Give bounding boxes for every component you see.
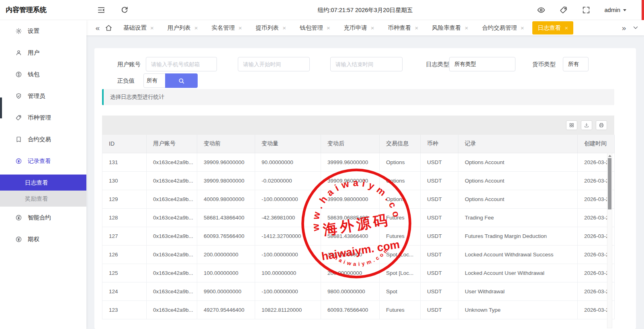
table-cell: USDT bbox=[421, 264, 458, 282]
sidebar-item-4[interactable]: 币种管理 bbox=[0, 107, 86, 128]
column-header: 币种 bbox=[421, 135, 458, 153]
sign-select[interactable]: 所有值 bbox=[143, 73, 166, 88]
export-button[interactable] bbox=[581, 120, 592, 130]
tab-9[interactable]: 日志查看× bbox=[532, 21, 573, 35]
table-cell: Spot [Loc... bbox=[380, 245, 421, 264]
tabs-scroll-right-button[interactable]: » bbox=[618, 24, 630, 32]
table-cell: -0.02000000 bbox=[255, 171, 321, 190]
sidebar-item-label: 管理员 bbox=[28, 92, 45, 100]
table-cell: 129 bbox=[102, 190, 147, 208]
table-row: 1300x163ce42a9b...39909.98000000-0.02000… bbox=[102, 171, 615, 190]
currency-circle-icon bbox=[15, 158, 22, 164]
tabs-menu-button[interactable] bbox=[632, 24, 639, 31]
table-cell: 39999.96000000 bbox=[321, 153, 380, 171]
table-cell: -1412.32700000 bbox=[255, 227, 321, 245]
close-icon[interactable]: × bbox=[239, 25, 242, 31]
log-type-select[interactable]: 所有类型 bbox=[449, 57, 515, 71]
table-header-row: ID用户账号变动前变动量变动后交易信息币种记录创建时间 bbox=[102, 135, 615, 153]
sidebar-item-0[interactable]: 设置 bbox=[0, 20, 86, 42]
close-icon[interactable]: × bbox=[194, 25, 198, 31]
tab-2[interactable]: 实名管理× bbox=[206, 21, 247, 35]
log-query-card: 用户账号 日志类型 所有类型 货币类型 所有 正负值 所有值 选择日志类型进行统… bbox=[94, 48, 636, 329]
tabbar: « 基础设置×用户列表×实名管理×提币列表×钱包管理×充币申请×币种查看×风险率… bbox=[86, 20, 644, 35]
column-settings-button[interactable] bbox=[566, 120, 577, 130]
sidebar-item-2[interactable]: 钱包 bbox=[0, 63, 86, 85]
tag-button[interactable] bbox=[559, 6, 568, 14]
sidebar-item-1[interactable]: 用户 bbox=[0, 42, 86, 63]
close-icon[interactable]: × bbox=[327, 25, 330, 31]
close-icon[interactable]: × bbox=[150, 25, 154, 31]
close-icon[interactable]: × bbox=[465, 25, 468, 31]
tab-3[interactable]: 提币列表× bbox=[250, 21, 291, 35]
column-header: 变动前 bbox=[197, 135, 255, 153]
shield-icon bbox=[15, 93, 22, 100]
grid-icon bbox=[569, 122, 574, 128]
table-scrollbar[interactable] bbox=[607, 153, 612, 328]
top-header: 内容管理系统 纽约:07:21:57 2026年3月20日星期五 admin bbox=[0, 0, 644, 20]
table-cell: Spot bbox=[380, 282, 421, 301]
start-time-input[interactable] bbox=[238, 57, 310, 71]
tab-8[interactable]: 合约交易管理× bbox=[477, 21, 530, 35]
tab-label: 币种查看 bbox=[388, 24, 411, 32]
table-cell: 100.00000000 bbox=[197, 264, 255, 282]
table-cell: Trading Fee bbox=[458, 208, 578, 227]
close-icon[interactable]: × bbox=[415, 25, 419, 31]
sidebar-item-10[interactable]: 期权 bbox=[0, 228, 86, 250]
tabs-scroll-left-button[interactable]: « bbox=[92, 24, 103, 32]
table-cell: 39909.98000000 bbox=[197, 171, 255, 190]
table-cell: 90.00000000 bbox=[255, 153, 321, 171]
tab-0[interactable]: 基础设置× bbox=[118, 21, 159, 35]
wallet-icon bbox=[15, 71, 22, 78]
scrollbar-thumb[interactable] bbox=[608, 158, 611, 209]
bookmark-icon bbox=[15, 136, 22, 143]
close-icon[interactable]: × bbox=[371, 25, 374, 31]
close-icon[interactable]: × bbox=[282, 25, 286, 31]
search-button[interactable] bbox=[165, 73, 198, 88]
print-button[interactable] bbox=[596, 120, 607, 130]
table-row: 1230x163ce42a9b...49270.9544640010822.81… bbox=[102, 301, 615, 319]
tab-6[interactable]: 币种查看× bbox=[383, 21, 424, 35]
sidebar-item-6[interactable]: 记录查看 bbox=[0, 150, 86, 172]
tab-7[interactable]: 风险率查看× bbox=[427, 21, 473, 35]
sidebar-item-label: 记录查看 bbox=[28, 157, 51, 165]
collapse-sidebar-button[interactable] bbox=[97, 6, 106, 14]
tab-5[interactable]: 充币申请× bbox=[339, 21, 380, 35]
tab-label: 实名管理 bbox=[212, 24, 235, 32]
preview-eye-button[interactable] bbox=[537, 6, 546, 14]
table-cell: 0x163ce42a9b... bbox=[147, 245, 197, 264]
log-table: ID用户账号变动前变动量变动后交易信息币种记录创建时间1310x163ce42a… bbox=[102, 135, 615, 319]
content-area: 用户账号 日志类型 所有类型 货币类型 所有 正负值 所有值 选择日志类型进行统… bbox=[86, 35, 644, 329]
currency-type-select[interactable]: 所有 bbox=[563, 57, 589, 71]
home-tab-button[interactable] bbox=[105, 24, 112, 32]
sidebar-item-5[interactable]: 合约交易 bbox=[0, 128, 86, 150]
table-cell: 200.00000000 bbox=[321, 264, 380, 282]
sidebar-scrollbar-thumb[interactable] bbox=[0, 97, 2, 118]
tab-1[interactable]: 用户列表× bbox=[162, 21, 203, 35]
table-cell: Options Account bbox=[458, 190, 578, 208]
table-cell: 0x163ce42a9b... bbox=[147, 171, 197, 190]
tab-4[interactable]: 钱包管理× bbox=[294, 21, 335, 35]
close-icon[interactable]: × bbox=[521, 25, 524, 31]
sidebar-item-label: 合约交易 bbox=[28, 136, 51, 143]
sidebar-subitem-7[interactable]: 日志查看 bbox=[0, 175, 86, 191]
table-cell: USDT bbox=[421, 245, 458, 264]
gear-icon bbox=[15, 28, 22, 35]
column-header: 记录 bbox=[458, 135, 578, 153]
user-menu[interactable]: admin bbox=[605, 0, 627, 20]
download-icon bbox=[584, 122, 589, 128]
refresh-button[interactable] bbox=[120, 6, 129, 14]
account-input[interactable] bbox=[146, 57, 217, 71]
table-row: 1250x163ce42a9b...100.00000000100.000000… bbox=[102, 264, 615, 282]
sidebar-item-9[interactable]: 智能合约 bbox=[0, 207, 86, 228]
table-cell: -42.36981000 bbox=[255, 208, 321, 227]
scroll-up-icon[interactable] bbox=[608, 155, 611, 157]
tab-label: 充币申请 bbox=[344, 24, 367, 32]
end-time-input[interactable] bbox=[330, 57, 403, 71]
sidebar-subitem-8[interactable]: 奖励查看 bbox=[0, 191, 86, 207]
close-icon[interactable]: × bbox=[564, 25, 568, 31]
table-cell: 126 bbox=[102, 245, 147, 264]
table-cell: -100.00000000 bbox=[255, 190, 321, 208]
sidebar-item-3[interactable]: 管理员 bbox=[0, 85, 86, 107]
table-cell: Unknown Type bbox=[458, 301, 578, 319]
fullscreen-button[interactable] bbox=[582, 6, 591, 14]
